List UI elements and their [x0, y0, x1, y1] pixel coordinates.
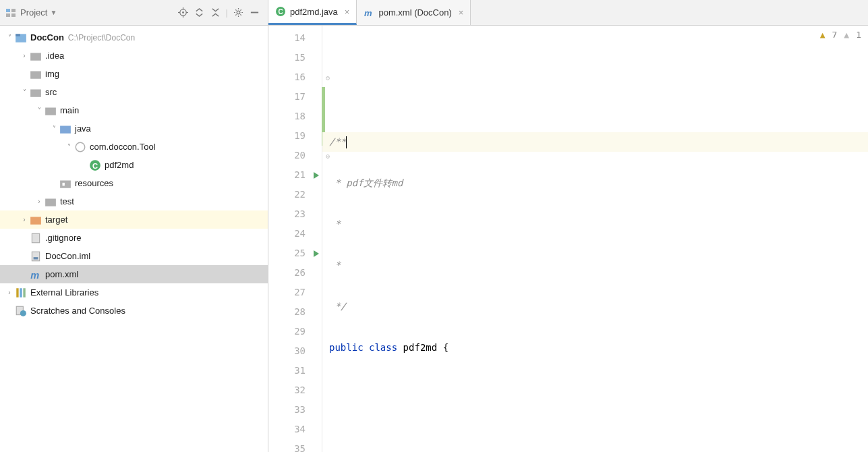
tree-file-gitignore[interactable]: .gitignore — [0, 229, 268, 247]
project-view-label[interactable]: Project — [20, 7, 47, 18]
line-number[interactable]: 26 — [268, 263, 322, 283]
line-number[interactable]: 28 — [268, 302, 322, 322]
line-number[interactable]: 21 — [268, 165, 322, 185]
tree-label: DocCon.iml — [45, 251, 90, 261]
tree-label: target — [45, 215, 67, 225]
locate-icon[interactable] — [176, 5, 191, 20]
line-number[interactable]: 24 — [268, 224, 322, 244]
code-line[interactable] — [322, 379, 868, 399]
tree-label: src — [45, 87, 57, 97]
folder-icon — [30, 86, 42, 98]
line-number[interactable]: 22 — [268, 185, 322, 204]
collapse-all-icon[interactable] — [208, 5, 223, 20]
code-line[interactable] — [322, 420, 868, 440]
editor-tabs: C pdf2md.java × m pom.xml (DocCon) × — [268, 0, 868, 26]
line-number[interactable]: 16⊖ — [268, 67, 322, 87]
code-line[interactable]: * pdf文件转md — [322, 173, 868, 193]
svg-rect-13 — [16, 34, 20, 36]
svg-point-34 — [20, 310, 26, 316]
line-number[interactable]: 18 — [268, 107, 322, 126]
chevron-right-icon[interactable]: › — [19, 216, 30, 223]
tree-folder-test[interactable]: › test — [0, 192, 268, 210]
code-line[interactable]: /** — [322, 132, 868, 152]
code-line[interactable]: public class pdf2md { — [322, 338, 868, 358]
editor-body[interactable]: ▲7 ▲1 14 15 16⊖ 17 18 19 20⊖ 21 22 23 24… — [268, 26, 868, 452]
chevron-right-icon[interactable]: › — [4, 289, 15, 296]
tab-pom[interactable]: m pom.xml (DocCon) × — [357, 0, 471, 25]
code-area[interactable]: /** * pdf文件转md * * */ public class pdf2m… — [322, 26, 868, 452]
tab-pdf2md[interactable]: C pdf2md.java × — [268, 0, 357, 25]
svg-point-5 — [182, 11, 184, 13]
excluded-folder-icon — [30, 214, 42, 226]
tree-label: main — [60, 105, 79, 115]
svg-rect-14 — [30, 53, 41, 60]
tree-project-root[interactable]: ˅ DocCon C:\Project\DocCon — [0, 28, 268, 47]
line-number[interactable]: 34 — [268, 420, 322, 439]
svg-rect-22 — [60, 180, 71, 188]
hide-icon[interactable] — [247, 5, 262, 20]
tree-folder-java[interactable]: ˅ java — [0, 119, 268, 138]
line-number[interactable]: 29 — [268, 322, 322, 341]
code-line[interactable]: */ — [322, 297, 868, 316]
tree-file-pom[interactable]: m pom.xml — [0, 265, 268, 283]
chevron-right-icon[interactable]: › — [19, 52, 30, 59]
chevron-right-icon[interactable]: › — [34, 198, 45, 205]
line-number[interactable]: 31 — [268, 361, 322, 380]
tree-folder-src[interactable]: ˅ src — [0, 83, 268, 101]
scratches-icon — [15, 305, 27, 317]
close-icon[interactable]: × — [459, 7, 464, 18]
line-number[interactable]: 19 — [268, 126, 322, 146]
package-icon — [74, 141, 86, 153]
chevron-down-icon[interactable]: ▼ — [50, 9, 57, 16]
svg-rect-27 — [32, 252, 39, 261]
line-number[interactable]: 27 — [268, 283, 322, 302]
chevron-down-icon[interactable]: ˅ — [4, 34, 15, 41]
svg-rect-11 — [250, 12, 258, 13]
tree-package[interactable]: ˅ com.doccon.Tool — [0, 138, 268, 156]
code-line[interactable] — [322, 50, 868, 69]
line-number[interactable]: 14 — [268, 28, 322, 48]
maven-file-icon: m — [364, 7, 374, 18]
line-number[interactable]: 15 — [268, 48, 322, 67]
svg-point-19 — [76, 142, 85, 152]
chevron-down-icon[interactable]: ˅ — [19, 88, 30, 96]
line-number[interactable]: 23 — [268, 204, 322, 224]
tree-file-iml[interactable]: DocCon.iml — [0, 247, 268, 265]
tree-label: External Libraries — [30, 287, 98, 298]
tree-folder-resources[interactable]: resources — [0, 174, 268, 192]
line-number[interactable]: 25 — [268, 244, 322, 263]
tree-class-pdf2md[interactable]: C pdf2md — [0, 156, 268, 174]
line-number[interactable]: 17 — [268, 87, 322, 107]
chevron-down-icon[interactable]: ˅ — [34, 107, 45, 114]
run-gutter-icon[interactable] — [314, 172, 319, 179]
tree-folder-idea[interactable]: › .idea — [0, 47, 268, 65]
chevron-down-icon[interactable]: ˅ — [63, 143, 74, 150]
folder-icon — [30, 50, 42, 62]
line-number[interactable]: 32 — [268, 380, 322, 400]
line-number[interactable]: 20⊖ — [268, 146, 322, 165]
line-number[interactable]: 30 — [268, 341, 322, 361]
expand-all-icon[interactable] — [192, 5, 207, 20]
tree-folder-target[interactable]: › target — [0, 210, 268, 229]
line-number[interactable]: 35 — [268, 439, 322, 452]
svg-text:m: m — [30, 269, 39, 280]
code-line[interactable]: * — [322, 256, 868, 275]
tree-folder-img[interactable]: img — [0, 65, 268, 83]
run-gutter-icon[interactable] — [314, 250, 319, 257]
tree-scratches[interactable]: Scratches and Consoles — [0, 302, 268, 320]
project-view-icon — [5, 7, 16, 18]
chevron-down-icon[interactable]: ˅ — [49, 125, 59, 132]
code-line[interactable] — [322, 91, 868, 111]
gear-icon[interactable] — [231, 5, 245, 20]
code-line[interactable]: * — [322, 215, 868, 234]
editor-gutter[interactable]: 14 15 16⊖ 17 18 19 20⊖ 21 22 23 24 25 26… — [268, 26, 322, 452]
tab-label: pom.xml (DocCon) — [378, 7, 451, 18]
svg-rect-30 — [16, 288, 18, 298]
line-number[interactable]: 33 — [268, 400, 322, 420]
tree-label: pdf2md — [105, 160, 134, 170]
tree-folder-main[interactable]: ˅ main — [0, 101, 268, 119]
close-icon[interactable]: × — [345, 7, 350, 17]
tree-path-hint: C:\Project\DocCon — [68, 33, 135, 43]
tree-external-libraries[interactable]: › External Libraries — [0, 283, 268, 302]
java-class-icon: C — [275, 6, 286, 17]
